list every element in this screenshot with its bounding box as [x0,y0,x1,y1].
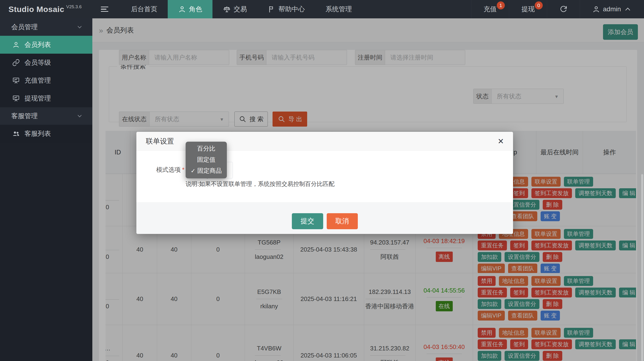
flag-icon [268,5,276,13]
app-name: Studio Mosaic [8,5,64,14]
withdraw-label: 提现 [522,5,535,14]
users-icon [12,130,20,137]
nav-item-1[interactable]: 角色 [168,0,212,18]
vertical-scrollbar[interactable] [641,174,643,361]
modal-note: 说明:如果不设置联单管理，系统按照交易控制百分比匹配 [186,180,334,188]
nav-item-label: 角色 [189,5,202,14]
sidebar-item-label: 提现管理 [24,94,51,103]
mode-option-百分比[interactable]: 百分比 [186,143,227,154]
app-version: V25.3.6 [66,4,82,9]
mode-option-menu: 百分比固定值✓固定商品 [186,142,227,178]
nav-item-label: 后台首页 [131,5,157,14]
chevron-up-icon [624,5,632,13]
cancel-button[interactable]: 取消 [327,213,358,229]
modal-title: 联单设置 [146,132,174,151]
sidebar-item-label: 会员等级 [24,58,51,67]
user-icon [592,5,600,13]
scale-icon [223,5,231,13]
recharge-label: 充值 [484,5,497,14]
user-icon [12,41,20,48]
refresh-button[interactable] [547,0,580,18]
chevron-down-icon [76,24,83,30]
check-icon: ✓ [190,168,195,174]
top-nav-right: 充值 1 提现 0 admin [471,0,644,18]
mode-option-label: 百分比 [197,144,216,153]
nav-item-4[interactable]: 系统管理 [315,0,362,18]
sidebar-group-label: 客服管理 [11,111,76,120]
nav-item-label: 帮助中心 [278,5,305,14]
sidebar-item-label: 客服列表 [24,129,51,138]
link-order-settings-modal: 联单设置 × 模式选项* 百分比固定值✓固定商品 说明:如果不设置联单管理，系统… [136,132,513,234]
sidebar-item-会员列表[interactable]: 会员列表 [0,36,92,54]
sidebar-group-label: 会员管理 [11,22,76,31]
menu-toggle-icon[interactable] [101,5,110,13]
sidebar-group-0[interactable]: 会员管理 [0,18,92,36]
recharge-nav-item[interactable]: 充值 1 [471,0,509,18]
top-navbar: Studio Mosaic V25.3.6 后台首页角色交易帮助中心系统管理 充… [0,0,644,18]
mode-option-固定值[interactable]: 固定值 [186,154,227,165]
link-icon [12,59,20,66]
close-icon[interactable]: × [495,135,507,147]
admin-username: admin [603,5,621,13]
sidebar-item-客服列表[interactable]: 客服列表 [0,125,92,143]
top-nav-menu: 后台首页角色交易帮助中心系统管理 [120,0,362,18]
sidebar-item-label: 会员列表 [24,40,51,49]
modal-body: 模式选项* 百分比固定值✓固定商品 说明:如果不设置联单管理，系统按照交易控制百… [136,151,513,202]
admin-user-menu[interactable]: admin [580,0,644,18]
board-icon [12,95,20,102]
app-screen: Studio Mosaic V25.3.6 后台首页角色交易帮助中心系统管理 充… [0,0,644,361]
mode-option-固定商品[interactable]: ✓固定商品 [186,165,227,176]
board-icon [12,77,20,84]
mode-option-label: 固定值 [197,156,216,164]
nav-item-label: 交易 [234,5,247,14]
sidebar-item-充值管理[interactable]: 充值管理 [0,71,92,89]
refresh-icon [560,5,568,13]
sidebar-item-label: 充值管理 [24,76,51,85]
app-logo: Studio Mosaic V25.3.6 [8,0,82,18]
sidebar-item-会员等级[interactable]: 会员等级 [0,54,92,71]
submit-button[interactable]: 提交 [292,213,323,229]
nav-item-3[interactable]: 帮助中心 [257,0,315,18]
sidebar-group-1[interactable]: 客服管理 [0,107,92,125]
sidebar: 会员管理会员列表会员等级充值管理提现管理客服管理客服列表 [0,18,92,361]
mode-option-label: 模式选项* [156,166,184,174]
nav-item-2[interactable]: 交易 [212,0,257,18]
recharge-badge: 1 [497,1,505,9]
mode-option-label: 固定商品 [198,167,222,175]
user-icon [178,5,186,13]
withdraw-nav-item[interactable]: 提现 0 [509,0,547,18]
sidebar-item-提现管理[interactable]: 提现管理 [0,89,92,107]
nav-item-label: 系统管理 [326,5,352,14]
withdraw-badge: 0 [535,1,543,9]
nav-item-0[interactable]: 后台首页 [120,0,168,18]
chevron-down-icon [76,113,83,119]
modal-footer: 提交 取消 [136,202,513,234]
